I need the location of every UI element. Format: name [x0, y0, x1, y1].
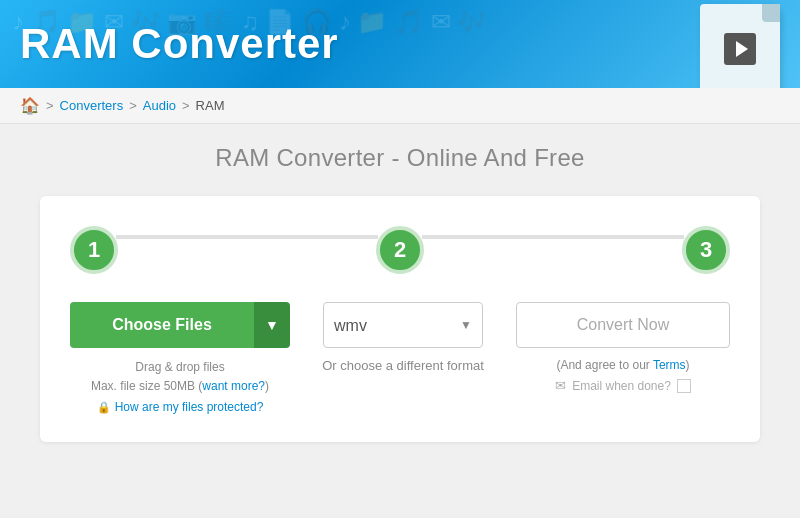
step-2-circle: 2 [376, 226, 424, 274]
format-select-wrap[interactable]: wmv ▼ [323, 302, 483, 348]
chevron-down-icon: ▼ [265, 317, 279, 333]
protection-link[interactable]: 🔒 How are my files protected? [97, 400, 264, 414]
main-content: RAM Converter - Online And Free 1 2 3 [0, 124, 800, 462]
breadcrumb-sep-1: > [46, 98, 54, 113]
step-2-node: 2 [376, 226, 424, 274]
choose-files-dropdown-button[interactable]: ▼ [254, 302, 290, 348]
file-info: Drag & drop files Max. file size 50MB (w… [91, 358, 269, 396]
lock-icon: 🔒 [97, 401, 111, 414]
converter-card: 1 2 3 Choose Files [40, 196, 760, 442]
breadcrumb-converters[interactable]: Converters [60, 98, 124, 113]
protection-link-text: How are my files protected? [115, 400, 264, 414]
format-select[interactable]: wmv [334, 317, 460, 334]
step-1-node: 1 [70, 226, 118, 274]
format-col: wmv ▼ Or choose a different format [310, 302, 496, 373]
format-label: Or choose a different format [322, 358, 484, 373]
header-title: RAM Converter [20, 20, 339, 68]
breadcrumb: 🏠 > Converters > Audio > RAM [0, 88, 800, 124]
home-icon[interactable]: 🏠 [20, 96, 40, 115]
email-checkbox[interactable] [677, 379, 691, 393]
play-icon [724, 33, 756, 65]
step-1-circle: 1 [70, 226, 118, 274]
email-label: Email when done? [572, 379, 671, 393]
step-3-circle: 3 [682, 226, 730, 274]
email-row: ✉ Email when done? [555, 378, 691, 393]
choose-files-btn[interactable]: Choose Files ▼ [70, 302, 290, 348]
breadcrumb-current: RAM [196, 98, 225, 113]
header-graphic [600, 0, 800, 88]
choose-files-col: Choose Files ▼ Drag & drop files Max. fi… [70, 302, 290, 414]
want-more-link[interactable]: want more? [202, 379, 265, 393]
convert-info: (And agree to our Terms) [556, 358, 689, 372]
breadcrumb-sep-2: > [129, 98, 137, 113]
email-icon: ✉ [555, 378, 566, 393]
format-arrow-icon: ▼ [460, 318, 472, 332]
step-line-1 [116, 235, 378, 239]
header-file-icon [700, 4, 780, 88]
agree-text: (And agree to our [556, 358, 653, 372]
actions-row: Choose Files ▼ Drag & drop files Max. fi… [70, 302, 730, 414]
breadcrumb-sep-3: > [182, 98, 190, 113]
agree-close: ) [686, 358, 690, 372]
step-line-2 [422, 235, 684, 239]
page-title: RAM Converter - Online And Free [40, 144, 760, 172]
breadcrumb-audio[interactable]: Audio [143, 98, 176, 113]
file-size-close: ) [265, 379, 269, 393]
step-3-node: 3 [682, 226, 730, 274]
file-size-text: Max. file size 50MB ( [91, 379, 202, 393]
terms-link[interactable]: Terms [653, 358, 686, 372]
convert-col: Convert Now (And agree to our Terms) ✉ E… [516, 302, 730, 393]
header: ♪ 🎵 📁 ✉ 🎶 📷 🎼 ♫ 📄 🎧 ♪ 📁 🎵 ✉ 🎶 RAM Conver… [0, 0, 800, 88]
drag-drop-text: Drag & drop files [135, 360, 224, 374]
choose-files-button[interactable]: Choose Files [70, 302, 254, 348]
steps-container: 1 2 3 [70, 226, 730, 274]
convert-now-button[interactable]: Convert Now [516, 302, 730, 348]
